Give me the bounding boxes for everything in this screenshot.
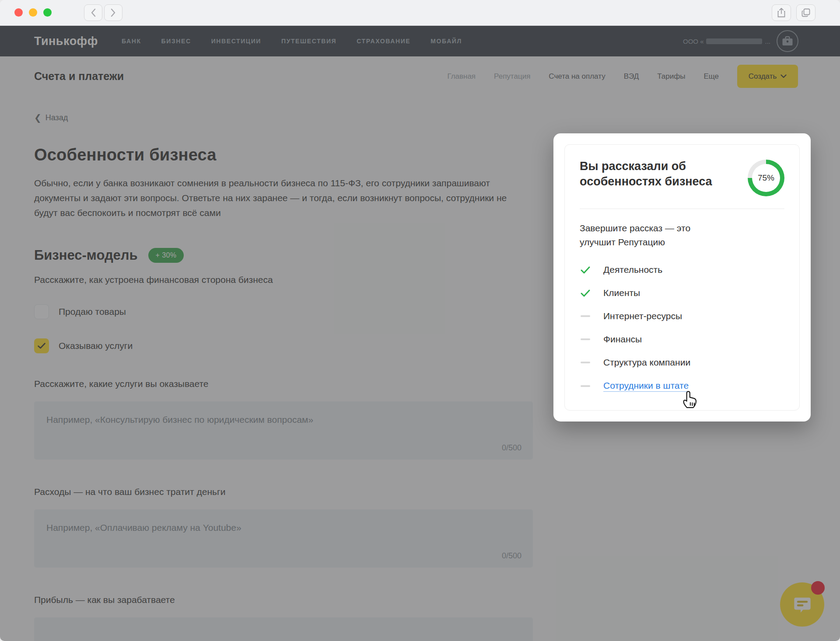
progress-donut: 75% [748,160,784,196]
popup-subtitle: Завершите рассказ — это улучшит Репутаци… [580,221,720,249]
browser-forward-button[interactable] [104,4,122,21]
checklist-item-activity: Деятельность [580,265,784,275]
check-icon [580,266,591,274]
progress-percent: 75% [758,173,774,183]
checklist-item-finances: Финансы [580,334,784,345]
chevron-left-icon [91,8,96,17]
close-window-button[interactable] [14,8,23,17]
share-button[interactable] [772,4,791,21]
checklist-item-structure: Структура компании [580,357,784,368]
progress-popup: Вы рассказали об особенностях бизнеса 75… [553,133,811,422]
share-icon [777,7,786,18]
check-icon [580,289,591,297]
tab-overview-button[interactable] [796,4,816,21]
browser-back-button[interactable] [84,4,102,21]
dash-icon [580,362,591,363]
checklist-item-clients: Клиенты [580,288,784,298]
browser-window: Тинькофф БАНК БИЗНЕС ИНВЕСТИЦИИ ПУТЕШЕСТ… [0,0,840,641]
divider [580,209,784,209]
chevron-right-icon [111,8,116,17]
minimize-window-button[interactable] [29,8,37,17]
dash-icon [580,338,591,340]
zoom-window-button[interactable] [43,8,52,17]
popup-title: Вы рассказали об особенностях бизнеса [580,159,728,189]
checklist: Деятельность Клиенты Интернет-ресурсы Фи… [580,265,784,392]
dash-icon [580,315,591,317]
copy-tabs-icon [801,8,811,17]
staff-link[interactable]: Сотрудники в штате [603,380,689,392]
dash-icon [580,385,591,387]
hand-cursor-icon [680,389,699,411]
checklist-item-internet: Интернет-ресурсы [580,311,784,321]
browser-chrome [0,0,840,26]
